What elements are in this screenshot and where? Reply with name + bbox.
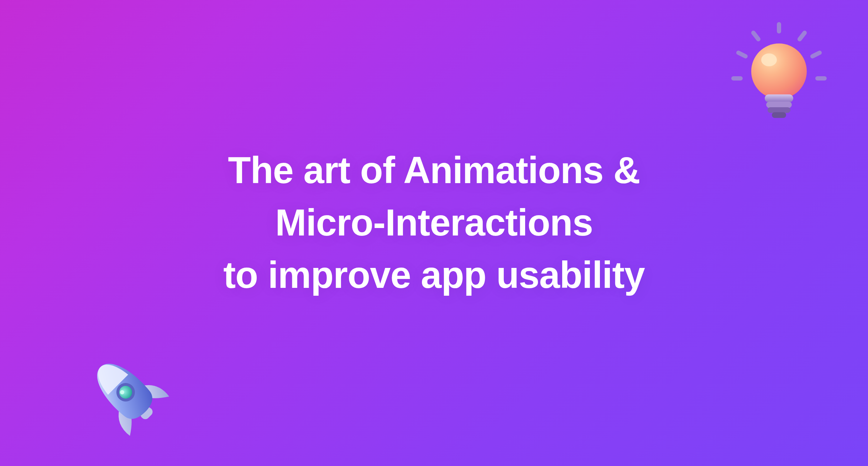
svg-rect-9 [765,94,793,102]
svg-line-3 [738,53,746,56]
lightbulb-icon [726,21,832,128]
svg-rect-10 [766,102,792,108]
headline-line-3: to improve app usability [223,249,645,301]
svg-point-8 [761,53,777,66]
svg-point-7 [751,43,807,99]
svg-rect-12 [772,112,786,118]
svg-line-2 [800,33,805,39]
rocket-icon [78,345,178,445]
hero-headline: The art of Animations & Micro-Interactio… [223,144,645,301]
svg-line-4 [812,53,820,56]
hero-banner: The art of Animations & Micro-Interactio… [0,0,868,466]
svg-line-1 [753,33,758,39]
svg-rect-11 [768,107,790,113]
headline-line-2: Micro-Interactions [223,196,645,249]
headline-line-1: The art of Animations & [223,144,645,196]
